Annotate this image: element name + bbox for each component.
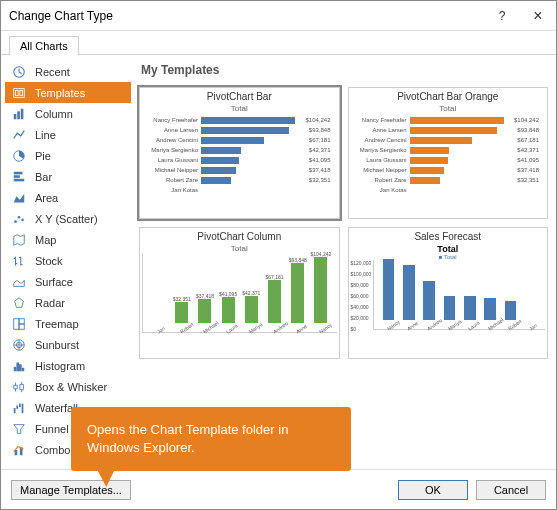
bar-label: Nancy	[318, 324, 330, 335]
sidebar-item-recent[interactable]: Recent	[5, 61, 131, 82]
bar-col: Robert	[502, 301, 518, 327]
bar-fill	[444, 296, 455, 321]
bar-row: Mariya Sergienko$42,371	[355, 145, 540, 155]
bar-fill	[268, 280, 281, 323]
sidebar-item-templates[interactable]: Templates	[5, 82, 131, 103]
titlebar: Change Chart Type ? ×	[1, 1, 556, 31]
sidebar-item-bar[interactable]: Bar	[5, 166, 131, 187]
line-icon	[11, 127, 27, 143]
bar-value: $67,181	[307, 137, 331, 143]
sidebar-item-sunburst[interactable]: Sunburst	[5, 334, 131, 355]
bar-col: Mariya	[441, 296, 457, 328]
bar-value: $93,848	[307, 127, 331, 133]
sidebar-item-label: Bar	[35, 171, 52, 183]
bar-row: Andrew Cencini$67,181	[355, 135, 540, 145]
ok-button[interactable]: OK	[398, 480, 468, 500]
bar-label: Mariya Sergienko	[355, 147, 407, 153]
bar-value: $41,095	[307, 157, 331, 163]
svg-rect-19	[14, 366, 17, 370]
bar-col: $41,095Laura	[219, 291, 238, 330]
bar-row: Andrew Cencini$67,181	[146, 135, 331, 145]
radar-icon	[11, 295, 27, 311]
bar-label: Anne	[295, 324, 307, 335]
vbar-chart: NancyAnneAndrewMariyaLauraMichaelRobertJ…	[373, 260, 545, 330]
y-tick: $80,000	[351, 282, 372, 288]
bar-value: $37,418	[515, 167, 539, 173]
column-icon	[11, 106, 27, 122]
bar-row: Anne Larsen$93,848	[146, 125, 331, 135]
chart-subtitle: Total	[142, 244, 337, 253]
bar-fill	[410, 157, 448, 164]
y-axis: $0$20,000$40,000$60,000$80,000$100,000$1…	[351, 260, 374, 332]
sidebar-item-box-whisker[interactable]: Box & Whisker	[5, 376, 131, 397]
bar-label: Anne Larsen	[355, 127, 407, 133]
thumb-title: Sales Forecast	[351, 230, 546, 244]
bar-fill	[245, 296, 258, 323]
bar-label: Robert Zare	[355, 177, 407, 183]
stock-icon	[11, 253, 27, 269]
sidebar-item-map[interactable]: Map	[5, 229, 131, 250]
bar-fill	[201, 147, 241, 154]
window-title: Change Chart Type	[9, 9, 484, 23]
area-icon	[11, 190, 27, 206]
sidebar-item-histogram[interactable]: Histogram	[5, 355, 131, 376]
sidebar-item-column[interactable]: Column	[5, 103, 131, 124]
bar-value: $37,418	[307, 167, 331, 173]
svg-rect-26	[22, 403, 24, 413]
template-pivotchart-bar-orange[interactable]: PivotChart Bar Orange Total Nancy Freeha…	[348, 87, 549, 219]
templates-icon	[11, 85, 27, 101]
section-title: My Templates	[139, 61, 548, 81]
bar-fill	[314, 257, 327, 323]
sidebar-item-pie[interactable]: Pie	[5, 145, 131, 166]
y-tick: $120,000	[351, 260, 372, 266]
bar-fill	[201, 157, 239, 164]
bar-value: $104,242	[303, 117, 330, 123]
chart-subtitle: Total	[142, 104, 337, 113]
close-button[interactable]: ×	[520, 1, 556, 31]
bar-value: $104,242	[512, 117, 539, 123]
thumb-title: PivotChart Bar Orange	[351, 90, 546, 104]
template-pivotchart-column[interactable]: PivotChart Column Total Jan$32,351Robert…	[139, 227, 340, 359]
sidebar-item-label: Pie	[35, 150, 51, 162]
bar-row: Robert Zare$32,351	[355, 175, 540, 185]
sidebar-item-line[interactable]: Line	[5, 124, 131, 145]
bar-label: Andrew	[426, 321, 438, 332]
change-chart-type-dialog: Change Chart Type ? × All Charts RecentT…	[0, 0, 557, 510]
bar-icon	[11, 169, 27, 185]
sidebar-item-surface[interactable]: Surface	[5, 271, 131, 292]
template-sales-forecast[interactable]: Sales Forecast Total ■ Total $0$20,000$4…	[348, 227, 549, 359]
bar-value: $41,095	[515, 157, 539, 163]
bar-value: $42,371	[307, 147, 331, 153]
sidebar-item-label: Histogram	[35, 360, 85, 372]
bar-fill	[201, 127, 289, 134]
sidebar-item-label: Box & Whisker	[35, 381, 107, 393]
help-button[interactable]: ?	[484, 1, 520, 31]
bar-label: Michael Neipper	[146, 167, 198, 173]
cancel-button[interactable]: Cancel	[476, 480, 546, 500]
bar-row: Nancy Freehafer$104,242	[355, 115, 540, 125]
manage-templates-button[interactable]: Manage Templates...	[11, 480, 131, 500]
bar-col: Anne	[401, 265, 417, 327]
bar-col: $42,371Mariya	[242, 290, 261, 330]
sunburst-icon	[11, 337, 27, 353]
y-tick: $20,000	[351, 315, 372, 321]
tab-all-charts[interactable]: All Charts	[9, 36, 79, 56]
svg-rect-21	[19, 364, 22, 371]
sidebar-item-area[interactable]: Area	[5, 187, 131, 208]
bar-row: Michael Neipper$37,418	[146, 165, 331, 175]
bar-col: $104,242Nancy	[312, 251, 331, 330]
bar-fill	[484, 298, 495, 320]
sidebar-item-stock[interactable]: Stock	[5, 250, 131, 271]
bar-fill	[410, 127, 498, 134]
help-icon: ?	[499, 9, 506, 23]
bar-label: Mariya	[248, 324, 260, 335]
sidebar-item-treemap[interactable]: Treemap	[5, 313, 131, 334]
bar-label: Robert Zare	[146, 177, 198, 183]
svg-rect-14	[14, 318, 19, 329]
bar-col: Laura	[462, 296, 478, 327]
sidebar-item-radar[interactable]: Radar	[5, 292, 131, 313]
sidebar-item-x-y-scatter-[interactable]: X Y (Scatter)	[5, 208, 131, 229]
template-pivotchart-bar[interactable]: PivotChart Bar Total Nancy Freehafer$104…	[139, 87, 340, 219]
bar-row: Mariya Sergienko$42,371	[146, 145, 331, 155]
thumb-title: PivotChart Bar	[142, 90, 337, 104]
